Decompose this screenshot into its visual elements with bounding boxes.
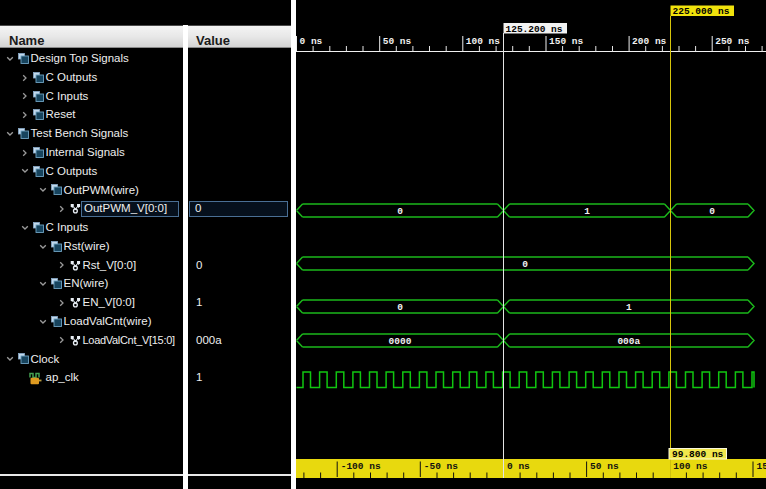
svg-text:-100 ns: -100 ns	[341, 461, 381, 472]
svg-text:200 ns: 200 ns	[632, 36, 667, 47]
svg-text:100 ns: 100 ns	[673, 461, 708, 472]
svg-text:-50 ns: -50 ns	[424, 461, 459, 472]
svg-text:0 ns: 0 ns	[507, 461, 530, 472]
svg-text:1: 1	[626, 302, 632, 313]
svg-text:1: 1	[584, 206, 590, 217]
svg-text:50 ns: 50 ns	[590, 461, 619, 472]
svg-text:100 ns: 100 ns	[466, 36, 501, 47]
svg-text:0000: 0000	[389, 336, 412, 347]
svg-text:50 ns: 50 ns	[383, 36, 412, 47]
svg-text:150 ns: 150 ns	[549, 36, 584, 47]
svg-text:225.000 ns: 225.000 ns	[673, 6, 730, 17]
svg-text:000a: 000a	[617, 336, 640, 347]
svg-text:150 ns: 150 ns	[757, 461, 766, 472]
svg-text:0: 0	[709, 206, 715, 217]
svg-text:125.200 ns: 125.200 ns	[506, 24, 563, 35]
svg-text:0 ns: 0 ns	[300, 36, 323, 47]
svg-text:0: 0	[522, 259, 528, 270]
svg-text:0: 0	[397, 206, 403, 217]
svg-text:250 ns: 250 ns	[715, 36, 750, 47]
svg-text:99.800 ns: 99.800 ns	[672, 449, 724, 460]
svg-text:0: 0	[397, 302, 403, 313]
